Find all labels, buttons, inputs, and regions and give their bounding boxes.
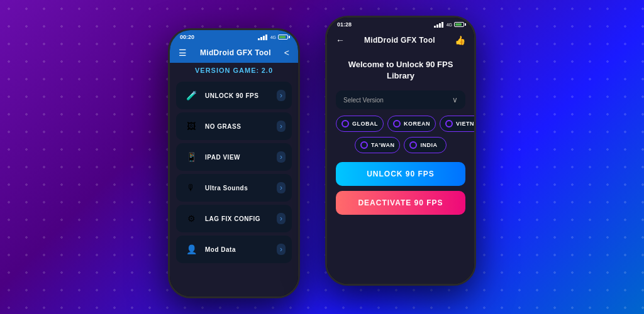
menu-icon-ipad: 📱 <box>182 148 200 166</box>
menu-label-unlock: UNLOCK 90 FPS <box>205 92 258 99</box>
region-taiwan[interactable]: TA'WAN <box>355 137 400 153</box>
signal-bar-r1 <box>434 26 436 28</box>
version-value: 2.0 <box>262 67 273 74</box>
chevron-ipad: › <box>277 151 286 163</box>
region-vietnam[interactable]: VIETNAM <box>440 116 474 132</box>
menu-label-ipad: IPAD VIEW <box>205 154 240 161</box>
radio-global <box>341 120 349 127</box>
menu-list: 🧪 UNLOCK 90 FPS › 🖼 NO GRASS › 📱 IP <box>170 78 298 296</box>
menu-item-ipad-view[interactable]: 📱 IPAD VIEW › <box>176 143 292 171</box>
radio-india <box>409 141 417 149</box>
dropdown-chevron-icon: ∨ <box>452 95 458 104</box>
time-right: 01:28 <box>337 21 352 28</box>
chevron-grass: › <box>277 121 286 132</box>
signal-bar-4 <box>265 35 267 40</box>
signal-bar-r2 <box>436 24 438 28</box>
app-header-right: ← MidDroid GFX Tool 👍 <box>327 30 474 50</box>
radio-korean <box>393 120 401 127</box>
select-version-row[interactable]: Select Version ∨ <box>336 90 465 109</box>
region-label-vietnam: VIETNAM <box>456 121 474 127</box>
radio-taiwan <box>360 141 368 149</box>
menu-item-left-ipad: 📱 IPAD VIEW <box>182 148 240 166</box>
chevron-lag: › <box>277 213 286 224</box>
chevron-unlock: › <box>277 90 286 101</box>
status-bar-left: 00:20 4G <box>170 30 298 43</box>
menu-label-grass: NO GRASS <box>205 123 241 130</box>
region-label-india: INDIA <box>420 142 437 148</box>
menu-item-left-grass: 🖼 NO GRASS <box>182 117 241 135</box>
regions-grid-row2: TA'WAN INDIA <box>336 137 465 153</box>
app-title-left: MidDroid GFX Tool <box>200 48 271 57</box>
signal-bar-r4 <box>441 22 443 28</box>
menu-item-unlock-90fps[interactable]: 🧪 UNLOCK 90 FPS › <box>176 82 292 109</box>
battery-right <box>454 22 464 27</box>
version-label: VERSION GAME: <box>195 67 259 74</box>
menu-label-sounds: Ultra Sounds <box>205 185 248 192</box>
welcome-title: Welcome to Unlock 90 FPS Library <box>336 59 465 82</box>
menu-icon-sounds: 🎙 <box>182 179 200 197</box>
region-label-global: GLOBAL <box>352 121 378 127</box>
battery-fill-right <box>455 23 462 26</box>
menu-label-mod: Mod Data <box>205 246 236 253</box>
menu-item-mod-data[interactable]: 👤 Mod Data › <box>176 236 292 263</box>
menu-label-lag: LAG FIX CONFIG <box>205 215 260 222</box>
menu-icon-lag: ⚙ <box>182 210 200 227</box>
version-row: VERSION GAME: 2.0 <box>170 63 298 78</box>
battery-left <box>278 35 288 40</box>
signal-bars-left <box>258 35 267 40</box>
chevron-mod: › <box>277 244 286 255</box>
like-icon[interactable]: 👍 <box>455 35 465 45</box>
menu-icon-unlock: 🧪 <box>182 87 200 104</box>
signal-bar-1 <box>258 38 260 40</box>
right-content: Welcome to Unlock 90 FPS Library Select … <box>327 50 474 284</box>
status-icons-right: 4G <box>434 22 464 28</box>
back-icon[interactable]: ← <box>336 35 345 45</box>
app-header-left: ☰ MidDroid GFX Tool < <box>170 43 298 63</box>
signal-bar-r3 <box>439 23 441 28</box>
deactivate-90fps-button[interactable]: DEACTIVATE 90 FPS <box>336 191 465 215</box>
menu-item-left-lag: ⚙ LAG FIX CONFIG <box>182 210 260 227</box>
region-korean[interactable]: KOREAN <box>387 116 436 132</box>
signal-bar-3 <box>263 36 265 40</box>
region-global[interactable]: GLOBAL <box>336 116 384 132</box>
phone-left: 00:20 4G ☰ MidDroid GFX Tool < <box>168 28 300 298</box>
unlock-90fps-button[interactable]: UNLOCK 90 FPS <box>336 162 465 186</box>
phone-right: 01:28 4G ← MidDroid GFX Tool 👍 <box>325 16 476 286</box>
time-left: 00:20 <box>180 34 194 40</box>
chevron-sounds: › <box>277 182 286 193</box>
menu-item-no-grass[interactable]: 🖼 NO GRASS › <box>176 112 292 140</box>
menu-item-left-unlock: 🧪 UNLOCK 90 FPS <box>182 87 258 104</box>
select-version-label: Select Version <box>343 97 384 104</box>
menu-item-left-sounds: 🎙 Ultra Sounds <box>182 179 248 197</box>
menu-icon[interactable]: ☰ <box>179 48 187 58</box>
status-icons-left: 4G <box>258 35 288 40</box>
status-bar-right: 01:28 4G <box>327 18 474 30</box>
signal-type-right: 4G <box>447 23 452 27</box>
battery-fill-left <box>279 36 286 38</box>
regions-grid-row1: GLOBAL KOREAN VIETNAM <box>336 116 465 132</box>
app-title-right: MidDroid GFX Tool <box>364 36 435 45</box>
signal-type-left: 4G <box>270 35 276 40</box>
share-icon[interactable]: < <box>284 48 289 58</box>
menu-item-lag-fix[interactable]: ⚙ LAG FIX CONFIG › <box>176 205 292 232</box>
menu-icon-mod: 👤 <box>182 241 200 258</box>
region-label-taiwan: TA'WAN <box>371 142 394 148</box>
signal-bars-right <box>434 22 443 28</box>
radio-vietnam <box>445 120 453 127</box>
region-india[interactable]: INDIA <box>404 137 447 153</box>
menu-item-ultra-sounds[interactable]: 🎙 Ultra Sounds › <box>176 174 292 202</box>
menu-item-left-mod: 👤 Mod Data <box>182 241 236 258</box>
signal-bar-2 <box>260 37 262 40</box>
region-label-korean: KOREAN <box>404 121 430 127</box>
menu-icon-grass: 🖼 <box>182 117 200 135</box>
